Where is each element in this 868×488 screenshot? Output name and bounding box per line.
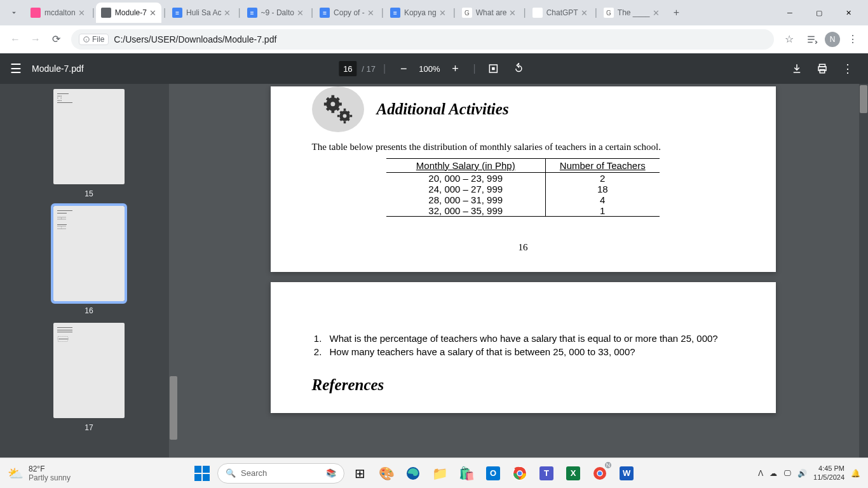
minimize-button[interactable]: ─ (775, 3, 804, 23)
browser-tab[interactable]: ≡Copy of -✕ (315, 3, 379, 23)
weather-widget[interactable]: ⛅ 82°F Partly sunny (8, 464, 71, 482)
intro-text: The table below presents the distributio… (312, 140, 735, 154)
chrome-running-icon[interactable]: N (588, 462, 611, 485)
tab-close-button[interactable]: ✕ (653, 8, 660, 18)
page-number: 16 (312, 242, 735, 253)
table-header: Number of Teachers (545, 158, 660, 172)
question-1: What is the percentage of teachers who h… (325, 333, 735, 344)
tab-title: Kopya ng (404, 8, 437, 17)
tab-close-button[interactable]: ✕ (149, 8, 156, 18)
zoom-in-button[interactable]: + (445, 58, 465, 79)
tab-close-button[interactable]: ✕ (78, 8, 85, 18)
edge-icon[interactable] (402, 462, 424, 485)
browser-menu-button[interactable]: ⋮ (843, 29, 863, 50)
close-window-button[interactable]: ✕ (834, 3, 863, 23)
maximize-button[interactable]: ▢ (804, 3, 834, 23)
url-field[interactable]: File C:/Users/USER/Downloads/Module-7.pd… (71, 29, 774, 50)
tab-close-button[interactable]: ✕ (367, 8, 374, 18)
microsoft-store-icon[interactable]: 🛍️ (455, 462, 478, 485)
reading-list-button[interactable] (802, 29, 822, 50)
zoom-out-button[interactable]: − (393, 58, 414, 79)
tab-favicon: ≡ (247, 8, 257, 18)
taskbar-search[interactable]: 🔍 Search 📚 (217, 463, 344, 484)
start-button[interactable] (191, 462, 214, 485)
new-tab-button[interactable]: + (668, 4, 686, 22)
tab-favicon: ≡ (390, 8, 400, 18)
tab-close-button[interactable]: ✕ (297, 8, 304, 18)
tab-close-button[interactable]: ✕ (224, 8, 231, 18)
download-button[interactable] (787, 58, 807, 79)
outlook-icon[interactable]: O (482, 462, 505, 485)
download-icon (791, 63, 803, 74)
tab-close-button[interactable]: ✕ (509, 8, 516, 18)
task-view-button[interactable]: ⊞ (348, 462, 371, 485)
print-button[interactable] (812, 58, 832, 79)
excel-icon[interactable]: X (562, 462, 585, 485)
tab-close-button[interactable]: ✕ (581, 8, 588, 18)
svg-point-9 (330, 102, 335, 106)
teams-icon[interactable]: T (535, 462, 558, 485)
file-explorer-icon[interactable]: 📁 (428, 462, 451, 485)
page-number-input[interactable] (339, 61, 356, 76)
reload-button[interactable]: ⟳ (46, 29, 66, 50)
page-total: / 17 (362, 64, 376, 74)
tabs-dropdown[interactable] (5, 4, 23, 22)
sidebar-toggle[interactable]: ☰ (10, 61, 22, 76)
tab-favicon: G (604, 8, 614, 18)
questions-list: What is the percentage of teachers who h… (325, 333, 735, 357)
bookmark-button[interactable]: ☆ (779, 29, 799, 50)
browser-tab[interactable]: mcdalton✕ (25, 3, 90, 23)
browser-tab[interactable]: ChatGPT✕ (527, 3, 593, 23)
table-row: 20, 000 – 23, 9992 (386, 172, 660, 184)
copilot-icon[interactable]: 🎨 (375, 462, 398, 485)
clock[interactable]: 4:45 PM 11/5/2024 (813, 464, 844, 481)
thumbnail-16[interactable]: ▬▬▬▬▬▬▬▬▬▬▬▬▬━━━┯━━━━━━┷━━━▬▬▬▬▬━━━┯━━━━… (0, 206, 178, 315)
forward-button[interactable]: → (25, 29, 46, 50)
notifications-icon[interactable]: 🔔 (851, 469, 860, 478)
address-bar: ← → ⟳ File C:/Users/USER/Downloads/Modul… (0, 25, 868, 53)
tab-title: What are (476, 8, 507, 17)
browser-tab[interactable]: GWhat are✕ (457, 3, 522, 23)
chrome-icon[interactable] (508, 462, 531, 485)
browser-tab[interactable]: ≡Huli Sa Ac✕ (167, 3, 236, 23)
page-area[interactable]: Additional Activities The table below pr… (178, 84, 868, 458)
thumbnail-15[interactable]: ▬▬▬▬▬▬●●●●● ●●●●●▬▬▬▬▬▬▬▬ 15 (0, 89, 178, 198)
tab-title: mcdalton (44, 8, 76, 17)
word-icon[interactable]: W (615, 462, 638, 485)
zoom-level[interactable]: 100% (419, 64, 440, 74)
tab-title: ~9 - Dalto (261, 8, 294, 17)
language-icon[interactable]: 🖵 (783, 469, 791, 478)
onedrive-icon[interactable]: ☁ (770, 469, 777, 478)
thumbnail-17[interactable]: ▬▬▬▬▬▬▬▬▬▬▬▬▬▬▬▬▬▬▬▬▬▬▬▬┌──────┐│▬▬▬▬▬│└… (0, 323, 178, 432)
pdf-menu-button[interactable]: ⋮ (837, 58, 858, 79)
pdf-filename: Module-7.pdf (32, 64, 84, 74)
volume-icon[interactable]: 🔊 (797, 469, 807, 478)
page-scrollbar[interactable] (859, 84, 868, 458)
tray-chevron-icon[interactable]: ᐱ (758, 469, 763, 478)
rotate-button[interactable] (509, 58, 529, 79)
tab-title: Copy of - (334, 8, 365, 17)
url-text: C:/Users/USER/Downloads/Module-7.pdf (114, 34, 276, 44)
browser-tab-strip: mcdalton✕|Module-7✕|≡Huli Sa Ac✕|≡~9 - D… (0, 0, 868, 25)
thumbnail-panel[interactable]: ▬▬▬▬▬▬●●●●● ●●●●●▬▬▬▬▬▬▬▬ 15 ▬▬▬▬▬▬▬▬▬▬▬… (0, 84, 178, 458)
page-scroll-handle[interactable] (860, 85, 867, 113)
browser-tab[interactable]: ≡~9 - Dalto✕ (242, 3, 309, 23)
fit-page-button[interactable] (484, 58, 504, 79)
browser-tab[interactable]: Module-7✕ (96, 3, 161, 23)
back-button[interactable]: ← (5, 29, 25, 50)
browser-tab[interactable]: GThe ____✕ (599, 3, 665, 23)
file-chip: File (79, 34, 109, 45)
search-hint-icon: 📚 (326, 468, 336, 478)
table-row: 24, 000 – 27, 99918 (386, 184, 660, 194)
browser-tab[interactable]: ≡Kopya ng✕ (385, 3, 451, 23)
svg-rect-4 (492, 67, 495, 71)
thumbnail-scroll-handle[interactable] (170, 376, 177, 440)
pdf-toolbar: ☰ Module-7.pdf / 17 | − 100% + | (0, 53, 868, 84)
reading-list-icon (806, 34, 818, 45)
table-header: Monthly Salary (in Php) (386, 158, 545, 172)
system-tray[interactable]: ᐱ ☁ 🖵 🔊 4:45 PM 11/5/2024 🔔 (758, 464, 860, 481)
tab-close-button[interactable]: ✕ (439, 8, 446, 18)
thumbnail-scrollbar[interactable] (169, 84, 178, 458)
profile-button[interactable]: N (825, 32, 840, 47)
print-icon (817, 63, 828, 74)
